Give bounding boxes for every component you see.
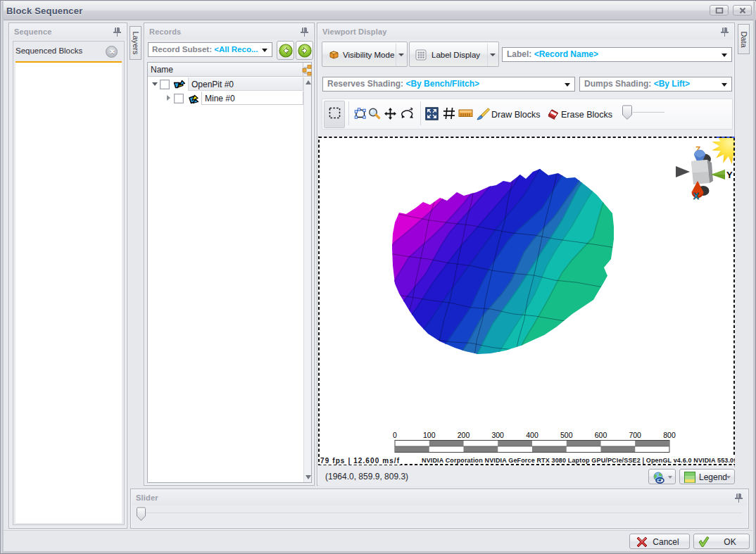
svg-text:200: 200: [458, 431, 470, 439]
svg-text:300: 300: [491, 431, 504, 439]
svg-text:400: 400: [526, 431, 538, 439]
svg-text:600: 600: [595, 431, 607, 439]
svg-text:X: X: [693, 191, 699, 201]
svg-text:100: 100: [423, 431, 436, 439]
svg-text:0: 0: [393, 431, 397, 439]
svg-text:700: 700: [629, 431, 641, 439]
svg-text:Y: Y: [726, 170, 733, 180]
svg-text:800: 800: [663, 431, 676, 439]
svg-text:500: 500: [560, 431, 573, 439]
